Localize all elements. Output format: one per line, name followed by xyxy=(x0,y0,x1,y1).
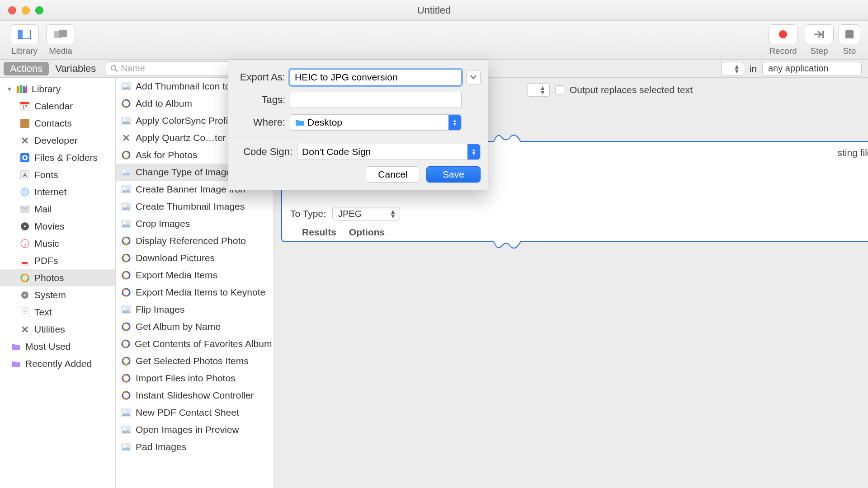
sidebar-item-utilities[interactable]: Utilities xyxy=(0,321,115,338)
action-item[interactable]: Export Media Items to Keynote xyxy=(116,284,274,301)
expand-save-panel-button[interactable] xyxy=(466,70,481,84)
sidebar-library-root[interactable]: ▼ Library xyxy=(0,80,115,98)
sidebar-most-used[interactable]: Most Used xyxy=(0,338,115,355)
sidebar-item-text[interactable]: Text xyxy=(0,304,115,321)
toolbar-step-label: Step xyxy=(810,46,828,56)
action-item[interactable]: New PDF Contact Sheet xyxy=(116,404,274,421)
sidebar-item-calendar[interactable]: 17Calendar xyxy=(0,98,115,115)
export-as-field[interactable] xyxy=(290,69,462,85)
sidebar-item-internet[interactable]: Internet xyxy=(0,183,115,201)
category-icon xyxy=(20,204,30,214)
svg-point-33 xyxy=(24,294,26,296)
sidebar-recently-added[interactable]: Recently Added xyxy=(0,355,115,372)
action-item[interactable]: Flip Images xyxy=(116,301,274,318)
search-placeholder: Name xyxy=(121,63,145,74)
action-item-label: Export Media Items to Keynote xyxy=(136,287,265,298)
tab-variables[interactable]: Variables xyxy=(49,62,102,75)
sidebar-item-developer[interactable]: Developer xyxy=(0,132,115,149)
toolbar-stop[interactable]: Sto xyxy=(837,24,862,56)
service-output-popup[interactable]: ▲▼ xyxy=(527,83,550,97)
action-item-label: Apply ColorSync Profile t xyxy=(136,115,241,126)
sidebar-item-pdfs[interactable]: PDFs xyxy=(0,252,115,269)
tags-field[interactable] xyxy=(290,92,462,108)
to-type-popup[interactable]: JPEG▲▼ xyxy=(332,207,400,221)
sidebar-item-mail[interactable]: Mail xyxy=(0,201,115,218)
svg-point-88 xyxy=(123,427,126,430)
where-popup[interactable]: Desktop ▲▼ xyxy=(290,114,462,131)
category-icon xyxy=(20,187,30,197)
toolbar-record[interactable]: Record xyxy=(765,24,801,56)
category-icon xyxy=(20,256,30,266)
action-icon xyxy=(121,425,131,435)
sidebar-item-label: PDFs xyxy=(34,255,58,266)
sidebar-item-movies[interactable]: Movies xyxy=(0,218,115,235)
sidebar-most-used-label: Most Used xyxy=(25,341,71,352)
category-icon xyxy=(20,324,30,334)
action-item[interactable]: Display Referenced Photo xyxy=(116,232,274,249)
sidebar-item-label: Music xyxy=(34,238,59,249)
sidebar-item-photos[interactable]: Photos xyxy=(0,269,115,286)
sidebar-item-contacts[interactable]: Contacts xyxy=(0,115,115,132)
sidebar-item-music[interactable]: ♪Music xyxy=(0,235,115,252)
code-sign-popup[interactable]: Don't Code Sign ▲▼ xyxy=(297,144,481,160)
toolbar-media[interactable]: Media xyxy=(42,24,79,56)
action-item[interactable]: Crop Images xyxy=(116,215,274,232)
action-item[interactable]: Get Selected Photos Items xyxy=(116,352,274,370)
to-type-label: To Type: xyxy=(290,208,326,219)
action-icon xyxy=(121,219,131,229)
action-item[interactable]: Get Contents of Favorites Album xyxy=(116,335,274,352)
svg-rect-5 xyxy=(822,31,824,38)
cancel-button[interactable]: Cancel xyxy=(366,166,420,183)
svg-point-53 xyxy=(123,204,126,207)
svg-line-8 xyxy=(115,70,118,72)
svg-rect-12 xyxy=(25,85,27,93)
category-icon: ♪ xyxy=(20,239,30,249)
toolbar-library-label: Library xyxy=(11,46,38,56)
action-item[interactable]: Download Pictures xyxy=(116,249,274,267)
action-item[interactable]: Open Images in Preview xyxy=(116,421,274,438)
action-item-label: Crop Images xyxy=(136,218,190,229)
action-item[interactable]: Pad Images xyxy=(116,438,274,455)
svg-rect-1 xyxy=(18,30,23,39)
action-icon xyxy=(121,253,131,263)
tab-actions[interactable]: Actions xyxy=(4,62,49,75)
card-tab-results[interactable]: Results xyxy=(302,227,336,238)
card-tab-options[interactable]: Options xyxy=(349,227,385,238)
svg-point-49 xyxy=(123,170,126,173)
category-icon xyxy=(20,153,30,163)
window-title: Untitled xyxy=(0,5,868,16)
toolbar-step[interactable]: Step xyxy=(801,24,837,56)
sidebar-item-files-folders[interactable]: Files & Folders xyxy=(0,149,115,166)
toolbar-library[interactable]: Library xyxy=(6,24,42,56)
search-icon xyxy=(111,65,118,72)
sidebar-item-fonts[interactable]: AFonts xyxy=(0,166,115,183)
category-icon xyxy=(20,136,30,145)
action-item[interactable]: Instant Slideshow Controller xyxy=(116,387,274,404)
action-icon xyxy=(121,322,131,332)
svg-point-4 xyxy=(779,30,787,38)
action-item-label: Download Pictures xyxy=(136,253,215,263)
action-item[interactable]: Create Thumbnail Images xyxy=(116,198,274,215)
action-item[interactable]: Export Media Items xyxy=(116,267,274,284)
save-button[interactable]: Save xyxy=(426,166,481,183)
action-icon xyxy=(121,150,131,160)
svg-rect-10 xyxy=(20,85,22,93)
chevron-down-icon xyxy=(470,75,476,80)
action-item[interactable]: Get Album by Name xyxy=(116,318,274,335)
svg-rect-29 xyxy=(22,262,28,264)
disclosure-triangle-icon[interactable]: ▼ xyxy=(6,85,13,93)
sidebar-item-label: Utilities xyxy=(34,324,65,335)
sidebar-item-label: Developer xyxy=(34,135,78,146)
svg-point-25 xyxy=(24,225,26,227)
output-replaces-checkbox[interactable] xyxy=(555,85,564,94)
svg-point-19 xyxy=(24,156,26,159)
sidebar-item-system[interactable]: System xyxy=(0,286,115,304)
toolbar-media-label: Media xyxy=(49,46,72,56)
application-popup[interactable]: any application xyxy=(762,62,862,75)
action-icon xyxy=(121,236,131,246)
sidebar-item-label: Text xyxy=(34,307,52,318)
service-input-popup[interactable]: ▲▼ xyxy=(722,62,744,75)
action-item[interactable]: Import Files into Photos xyxy=(116,370,274,387)
svg-point-90 xyxy=(123,445,126,447)
action-icon xyxy=(121,133,131,143)
